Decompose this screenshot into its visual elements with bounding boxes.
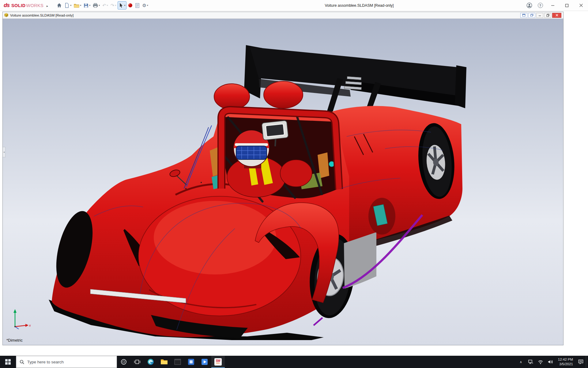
dropdown-caret-icon: ▾ xyxy=(115,4,116,7)
brand-solid-text: SOLID xyxy=(11,3,25,8)
open-button[interactable]: ▾ xyxy=(73,1,82,10)
brand-expand-arrow-icon[interactable]: ▸ xyxy=(47,4,48,8)
app-maximize-button[interactable] xyxy=(560,0,574,11)
clock-time: 12:42 PM xyxy=(558,357,573,362)
task-view-icon xyxy=(134,359,141,365)
tray-network-button[interactable] xyxy=(526,356,535,368)
action-center-button[interactable] xyxy=(576,356,585,368)
graphics-area[interactable]: x *Dimetric ◂ xyxy=(3,19,563,345)
undo-button: ↶ ▾ xyxy=(101,1,109,10)
terminal-icon xyxy=(174,359,181,365)
show-desktop-button[interactable] xyxy=(586,356,587,368)
window-icon xyxy=(530,14,533,17)
doc-window-button-b[interactable] xyxy=(528,13,535,18)
close-icon xyxy=(556,14,558,17)
select-cursor-icon xyxy=(119,3,123,8)
dropdown-caret-icon[interactable]: ▾ xyxy=(99,4,100,7)
tray-wifi-button[interactable] xyxy=(536,356,545,368)
chevron-up-icon: ∧ xyxy=(520,360,522,364)
dropdown-caret-icon: ▾ xyxy=(107,4,108,7)
app-minimize-button[interactable] xyxy=(546,0,560,11)
start-button[interactable] xyxy=(0,356,16,368)
minimize-icon xyxy=(538,14,541,17)
help-button[interactable]: ? xyxy=(535,0,546,11)
gear-icon: ⚙ xyxy=(142,3,146,8)
search-icon xyxy=(20,359,24,365)
help-icon: ? xyxy=(538,3,543,8)
document-properties-button[interactable] xyxy=(134,1,141,10)
document-titlebar[interactable]: Voiture assomblee.SLDASM [Read-only] xyxy=(3,12,563,19)
app-close-button[interactable] xyxy=(574,0,588,11)
redo-button: ↷ ▾ xyxy=(110,1,117,10)
doc-minimize-button[interactable] xyxy=(536,13,543,18)
windows-taskbar: SW 2021 ∧ 12:42 PM 3/5/2021 xyxy=(0,356,588,368)
search-input[interactable] xyxy=(27,360,113,364)
network-icon xyxy=(528,359,533,364)
dropdown-caret-icon[interactable]: ▾ xyxy=(124,4,125,7)
taskbar-terminal-button[interactable] xyxy=(171,356,184,368)
restore-icon xyxy=(546,14,549,17)
document-title: Voiture assomblee.SLDASM [Read-only] xyxy=(10,13,74,17)
taskbar-search[interactable] xyxy=(16,356,117,368)
car-assembly-model[interactable] xyxy=(48,44,467,341)
clock-date: 3/5/2021 xyxy=(558,362,573,366)
doc-window-button-a[interactable] xyxy=(520,13,527,18)
document-window-controls xyxy=(520,13,562,18)
dropdown-caret-icon[interactable]: ▾ xyxy=(89,4,90,7)
dropdown-caret-icon[interactable]: ▾ xyxy=(147,4,148,7)
taskbar-taskview-button[interactable] xyxy=(130,356,144,368)
file-explorer-icon xyxy=(160,359,168,365)
new-document-button[interactable]: ▾ xyxy=(63,1,72,10)
taskbar-explorer-button[interactable] xyxy=(157,356,171,368)
taskbar-clock[interactable]: 12:42 PM 3/5/2021 xyxy=(556,357,575,366)
solidworks-icon: SW 2021 xyxy=(214,358,222,366)
doc-restore-button[interactable] xyxy=(544,13,551,18)
select-tool-button[interactable]: ▾ xyxy=(118,1,126,10)
dropdown-caret-icon[interactable]: ▾ xyxy=(70,4,71,7)
save-icon xyxy=(84,3,89,8)
taskbar-edge-button[interactable] xyxy=(144,356,157,368)
svg-text:x: x xyxy=(29,324,31,327)
ds-logo-icon: ds xyxy=(4,2,9,9)
taskbar-solidworks-button[interactable]: SW 2021 xyxy=(211,356,225,368)
document-window: Voiture assomblee.SLDASM [Read-only] xyxy=(2,12,564,345)
home-icon xyxy=(57,3,62,8)
3dexperience-button[interactable] xyxy=(127,1,134,10)
blue-app-icon xyxy=(188,358,194,365)
app-title: Voiture assomblee.SLDASM [Read-only] xyxy=(325,0,394,11)
cortana-icon xyxy=(120,358,127,365)
print-button[interactable]: ▾ xyxy=(92,1,101,10)
document-properties-icon xyxy=(135,3,140,8)
new-document-icon xyxy=(64,3,70,8)
taskbar-cortana-button[interactable] xyxy=(117,356,130,368)
app-titlebar: ds SOLID WORKS ▸ ▾ ▾ ▾ ▾ ↶ ▾ ↷ ▾ xyxy=(0,0,588,11)
tray-overflow-button[interactable]: ∧ xyxy=(516,356,526,368)
brand-works-text: WORKS xyxy=(26,3,43,8)
options-button[interactable]: ⚙ ▾ xyxy=(141,1,149,10)
assembly-icon xyxy=(4,13,9,17)
taskbar-media-app-button[interactable] xyxy=(198,356,211,368)
3dexperience-sphere-icon xyxy=(128,3,133,8)
collapse-arrow-icon: ◂ xyxy=(3,151,5,153)
edge-icon xyxy=(147,358,154,366)
dropdown-caret-icon[interactable]: ▾ xyxy=(80,4,81,7)
open-folder-icon xyxy=(74,3,79,8)
view-orientation-label: *Dimetric xyxy=(6,338,23,343)
orientation-triad-icon: x xyxy=(10,308,32,330)
quick-access-toolbar: ▾ ▾ ▾ ▾ ↶ ▾ ↷ ▾ ▾ xyxy=(55,0,149,11)
taskbar-app-blue-button[interactable] xyxy=(184,356,198,368)
print-icon xyxy=(93,3,98,8)
close-icon xyxy=(579,3,583,7)
action-center-icon xyxy=(578,359,584,365)
titlebar-right-cluster: ? xyxy=(524,0,588,11)
media-app-icon xyxy=(201,358,208,365)
doc-close-button[interactable] xyxy=(552,13,561,18)
panel-collapse-handle[interactable]: ◂ xyxy=(3,147,6,157)
wifi-icon xyxy=(538,360,543,364)
solidworks-logo: ds SOLID WORKS ▸ xyxy=(0,2,51,9)
home-button[interactable] xyxy=(56,1,63,10)
windows-logo-icon xyxy=(5,359,11,365)
user-account-button[interactable] xyxy=(524,0,535,11)
save-button[interactable]: ▾ xyxy=(83,1,91,10)
tray-volume-button[interactable] xyxy=(546,356,555,368)
